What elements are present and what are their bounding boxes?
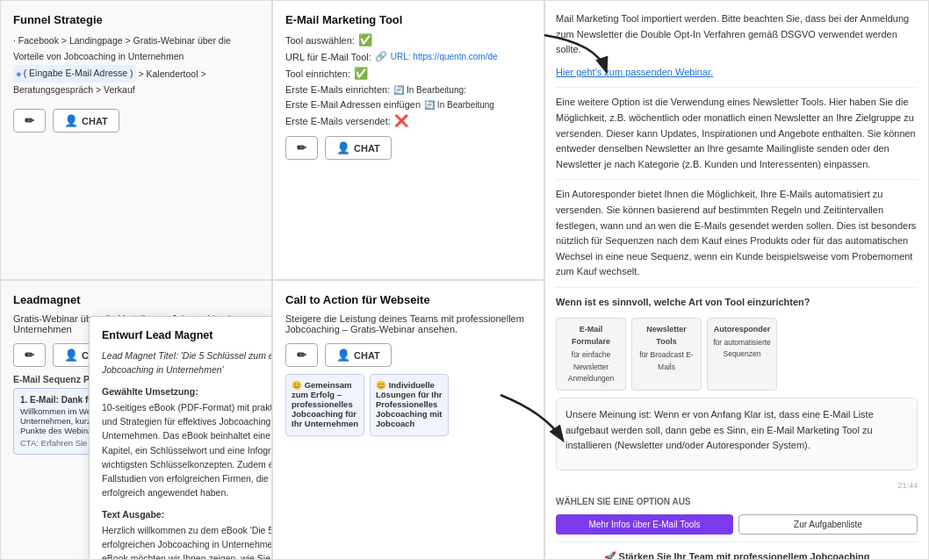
email-preview-title: 🚀 Stärken Sie Ihr Team mit professionell… — [556, 549, 918, 560]
first-emails-row: Erste E-Mails einrichten: 🔄 In Bearbeitu… — [285, 84, 531, 95]
popup-body: Lead Magnet Titel: 'Die 5 Schlüssel zum … — [102, 348, 272, 560]
add-addresses-status: 🔄 In Bearbeitung — [424, 100, 494, 110]
choice-label: WÄHLEN SIE EINE OPTION AUS — [556, 495, 918, 509]
setup-status: ✅ — [354, 67, 368, 80]
send-row: Erste E-Mails versendet: ❌ — [285, 114, 531, 127]
url-row: URL für E-Mail Tool: 🔗 URL: https://quen… — [285, 51, 531, 62]
setup-row: Tool einrichten: ✅ — [285, 67, 531, 80]
url-link-icon: 🔗 — [375, 51, 387, 62]
funnel-btn-row: ✏ 👤 CHAT — [13, 109, 259, 133]
chat-person-icon-3: 👤 — [64, 348, 78, 362]
tool-select-status: ✅ — [358, 33, 372, 47]
cta-subtitle: Steigere die Leistung deines Teams mit p… — [285, 313, 531, 334]
right-panel-link[interactable]: Hier geht's zum passenden Webinar. — [556, 65, 918, 81]
divider-3 — [556, 287, 918, 288]
email-seq-row: 😊 Gemeinsam zum Erfolg – professionelles… — [285, 374, 531, 436]
choice-btn-1[interactable]: Mehr Infos über E-Mail Tools — [556, 514, 733, 535]
popup-subtitle: Lead Magnet Titel: 'Die 5 Schlüssel zum … — [102, 348, 272, 377]
send-status: ❌ — [394, 114, 408, 127]
leadmagnet-edit-button[interactable]: ✏ — [13, 343, 46, 367]
timestamp: 21:44 — [556, 479, 918, 492]
popup-content: Gewählte Umsetzung: 10-seitiges eBook (P… — [102, 384, 272, 500]
email-marketing-card: E-Mail Marketing Tool Tool auswählen: ✅ … — [272, 0, 544, 280]
edit-icon-3: ✏ — [25, 348, 34, 362]
right-panel: Mail Marketing Tool importiert werden. B… — [544, 0, 929, 560]
divider-2 — [556, 179, 918, 180]
edit-icon-2: ✏ — [297, 141, 306, 154]
email-chat-button[interactable]: 👤 CHAT — [325, 136, 392, 160]
ai-response-box: Unsere Meinung ist: Wenn er von Anfang K… — [556, 398, 918, 470]
email-marketing-title: E-Mail Marketing Tool — [285, 13, 531, 26]
popup-title: Entwurf Lead Magnet — [102, 329, 272, 341]
popup-output: Text Ausgabe: Herzlich willkommen zu dem… — [102, 507, 272, 560]
tool-select-row: Tool auswählen: ✅ — [285, 33, 531, 47]
edit-icon: ✏ — [25, 114, 34, 127]
cta-btn-row: ✏ 👤 CHAT — [285, 343, 531, 367]
cta-title: Call to Action für Webseite — [285, 293, 531, 306]
funnel-path: · Facebook > Landingpage > Gratis-Webina… — [13, 33, 259, 98]
funnel-title: Funnel Strategie — [13, 13, 259, 26]
email-edit-button[interactable]: ✏ — [285, 136, 318, 160]
funnel-highlight: ● ( Eingabe E-Mail Adresse ) — [13, 65, 136, 83]
divider-4 — [556, 542, 918, 542]
email4-card: 😊 Individuelle Lösungen für Ihr Professi… — [370, 374, 449, 436]
funnel-edit-button[interactable]: ✏ — [13, 109, 46, 133]
popup-card: Entwurf Lead Magnet Lead Magnet Titel: '… — [89, 316, 272, 560]
leadmagnet-title: Leadmagnet — [13, 293, 259, 306]
mini-card-2: Newsletter Tools für Broadcast E-Mails — [631, 318, 702, 391]
add-addresses-row: Erste E-Mail Adressen einfügen 🔄 In Bear… — [285, 99, 531, 110]
edit-icon-4: ✏ — [297, 348, 306, 362]
divider-1 — [556, 87, 918, 88]
leadmagnet-card: Leadmagnet Gratis-Webinar über die Vorte… — [0, 280, 272, 560]
first-emails-status: 🔄 In Bearbeitung: — [393, 85, 466, 95]
mini-card-3: Autoresponder für automatisierte Sequenz… — [707, 318, 777, 391]
mini-cards-row: E-Mail Formulare für einfache Newsletter… — [556, 318, 918, 391]
chat-person-icon-4: 👤 — [336, 348, 350, 362]
cta-card: Call to Action für Webseite Steigere die… — [272, 280, 544, 560]
chat-person-icon-2: 👤 — [336, 141, 350, 154]
funnel-card: Funnel Strategie · Facebook > Landingpag… — [0, 0, 272, 280]
mini-card-1: E-Mail Formulare für einfache Newsletter… — [556, 318, 626, 391]
email3-card: 😊 Gemeinsam zum Erfolg – professionelles… — [285, 374, 364, 436]
funnel-chat-button[interactable]: 👤 CHAT — [53, 109, 119, 133]
cta-chat-button[interactable]: 👤 CHAT — [325, 343, 392, 367]
choice-btn-2[interactable]: Zur Aufgabenliste — [738, 514, 918, 535]
cta-edit-button[interactable]: ✏ — [285, 343, 318, 367]
email-marketing-btn-row: ✏ 👤 CHAT — [285, 136, 531, 160]
url-value: URL: https://quentn.com/de — [391, 52, 498, 61]
choice-buttons-row: Mehr Infos über E-Mail Tools Zur Aufgabe… — [556, 514, 918, 535]
right-panel-intro: Mail Marketing Tool importiert werden. B… — [556, 11, 918, 80]
chat-person-icon: 👤 — [64, 114, 78, 127]
when-label: Wenn ist es sinnvoll, welche Art von Too… — [556, 295, 918, 311]
